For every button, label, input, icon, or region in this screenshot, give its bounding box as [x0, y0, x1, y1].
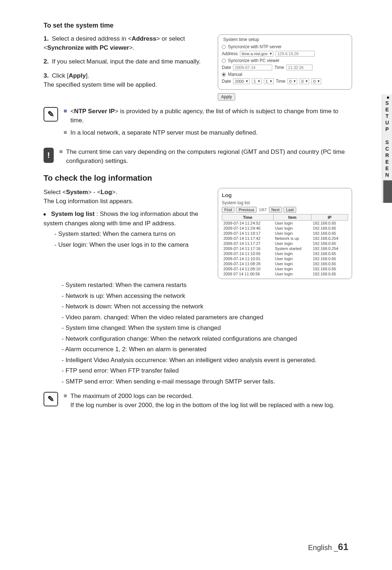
- list-item: Network is up: When accessing the networ…: [62, 291, 352, 301]
- list-item: Intelligent Video Analysis occurrence: W…: [62, 356, 352, 365]
- table-row: 2009-07-14 11:10:55User login192.168.0.6…: [222, 251, 348, 256]
- month-select[interactable]: 1▼: [252, 78, 262, 84]
- bullet-icon: [64, 394, 67, 397]
- log-intro: Select <System> - <Log>. The Log informa…: [44, 188, 212, 206]
- list-item: SMTP send error: When sending e-mail mes…: [62, 377, 352, 386]
- day-select[interactable]: 1▼: [264, 78, 274, 84]
- table-row: 2009-07-14 11:10:01User login192.168.0.6…: [222, 256, 348, 261]
- panel-legend: System time setup: [222, 37, 348, 42]
- log-pager: First Previous 1/67 Next Last: [222, 207, 348, 213]
- step-1: 1. Select a desired address in <Address>…: [44, 34, 212, 52]
- warn-1: The current time can vary depending on t…: [60, 148, 352, 165]
- chevron-down-icon: ▼: [269, 79, 273, 83]
- radio-ntp-label: Syncronize with NTP server: [228, 44, 282, 49]
- chevron-down-icon: ▼: [245, 79, 249, 83]
- table-row: 2009-07-14 11:24:52User login192.168.0.6…: [222, 221, 348, 226]
- bullet-icon: [64, 131, 67, 134]
- manual-date-label: Date: [222, 79, 231, 84]
- chevron-down-icon: ▼: [269, 52, 273, 56]
- list-item: System restarted: When the camera restar…: [62, 280, 352, 290]
- note-log-max: The maximum of 2000 logs can be recorded…: [64, 392, 352, 410]
- table-row: 2009-07-14 11:17:16System started192.168…: [222, 246, 348, 251]
- col-item: Item: [273, 214, 311, 221]
- first-button[interactable]: First: [222, 207, 234, 213]
- set-time-heading: To set the system time: [44, 22, 352, 29]
- chevron-down-icon: ▼: [293, 79, 296, 83]
- log-info-heading: To check the log information: [44, 173, 352, 183]
- bullet-icon: [44, 213, 46, 216]
- note-icon: ✎: [44, 107, 58, 122]
- year-select[interactable]: 2000▼: [233, 78, 249, 84]
- apply-button[interactable]: Apply: [218, 93, 235, 101]
- date-label: Date: [222, 65, 231, 70]
- list-item: FTP send error: When FTP transfer failed: [62, 366, 352, 376]
- col-ip: IP: [311, 214, 348, 221]
- log-panel-title: Log: [222, 192, 348, 198]
- log-panel: Log System log list First Previous 1/67 …: [218, 188, 352, 279]
- log-list-label: System log list: [222, 200, 348, 205]
- dot-icon: [387, 97, 389, 99]
- chevron-down-icon: ▼: [305, 79, 308, 83]
- time-setup-panel: System time setup Syncronize with NTP se…: [218, 34, 352, 90]
- step-2: 2. If you select Manual, input the date …: [44, 57, 212, 66]
- table-row: 2009 07 14 11:00:56User login192.168.0.6…: [222, 271, 348, 276]
- page-footer: English _61: [308, 541, 348, 553]
- table-row: 2009-07-14 11:08:10User login192.168.0.6…: [222, 266, 348, 271]
- last-button[interactable]: Last: [283, 207, 296, 213]
- sec-select[interactable]: 0▼: [311, 78, 321, 84]
- list-item: System time changed: When the system tim…: [62, 323, 352, 333]
- radio-manual[interactable]: [222, 73, 226, 77]
- address-ip[interactable]: 129.6.15.28: [275, 51, 315, 57]
- list-item: System started: When the camera turns on: [54, 229, 212, 239]
- chevron-down-icon: ▼: [317, 79, 320, 83]
- table-row: 2009-07-14 11:08:28User login192.168.0.6…: [222, 261, 348, 266]
- bullet-icon: [64, 110, 67, 112]
- previous-button[interactable]: Previous: [236, 207, 257, 213]
- list-item: User login: When the user logs in to the…: [54, 240, 212, 250]
- bullet-icon: [60, 150, 62, 153]
- table-row: 2009-07-14 11:17:42Network is up192.168.…: [222, 236, 348, 241]
- radio-manual-label: Manual: [228, 72, 242, 77]
- table-row: 2009-07-14 11:17:27User login192.168.0.6…: [222, 241, 348, 246]
- address-select[interactable]: time-a.nist.gov▼: [240, 51, 273, 57]
- steps-list: 1. Select a desired address in <Address>…: [44, 34, 212, 89]
- manual-time-label: Time: [276, 79, 285, 84]
- note-icon: ✎: [44, 392, 58, 406]
- radio-pcviewer-label: Syncronize with PC viewer: [228, 58, 279, 63]
- list-item: Network configuration change: When the n…: [62, 334, 352, 344]
- min-select[interactable]: 0▼: [299, 78, 309, 84]
- note-2: In a local network, a separate NTP serve…: [64, 128, 352, 138]
- col-time: Time: [222, 214, 274, 221]
- address-label: Address: [222, 51, 238, 56]
- note-1: <NTP Server IP> is provided by a public …: [64, 107, 352, 125]
- side-marker: [383, 180, 392, 203]
- date-input[interactable]: 2009-07-14: [233, 65, 272, 70]
- warning-icon: !: [44, 148, 54, 163]
- list-item: Video param. changed: When the video rel…: [62, 313, 352, 322]
- next-button[interactable]: Next: [269, 207, 282, 213]
- table-row: 2009-07-14 11:18:17User login192.168.0.6…: [222, 231, 348, 236]
- time-label: Time: [274, 65, 284, 70]
- page-number: 1/67: [258, 208, 267, 212]
- list-item: Network is down: When not accessing the …: [62, 302, 352, 311]
- radio-ntp[interactable]: [222, 45, 226, 49]
- bullet-system-log-list: System log list : Shows the log informat…: [44, 209, 212, 249]
- time-input[interactable]: 11:32:26: [286, 65, 313, 70]
- log-table: Time Item IP 2009-07-14 11:24:52User log…: [222, 214, 348, 276]
- radio-pcviewer[interactable]: [222, 59, 226, 63]
- chevron-down-icon: ▼: [257, 79, 261, 83]
- section-tab-label: SETUP SCREEN: [384, 100, 390, 179]
- table-row: 2009-07-14 11:24:46User login192.168.0.6…: [222, 226, 348, 231]
- step-3: 3. Click [Apply]. The specified system t…: [44, 71, 212, 89]
- list-item: Alarm occurrence 1, 2: When an alarm is …: [62, 345, 352, 354]
- hour-select[interactable]: 0▼: [287, 78, 297, 84]
